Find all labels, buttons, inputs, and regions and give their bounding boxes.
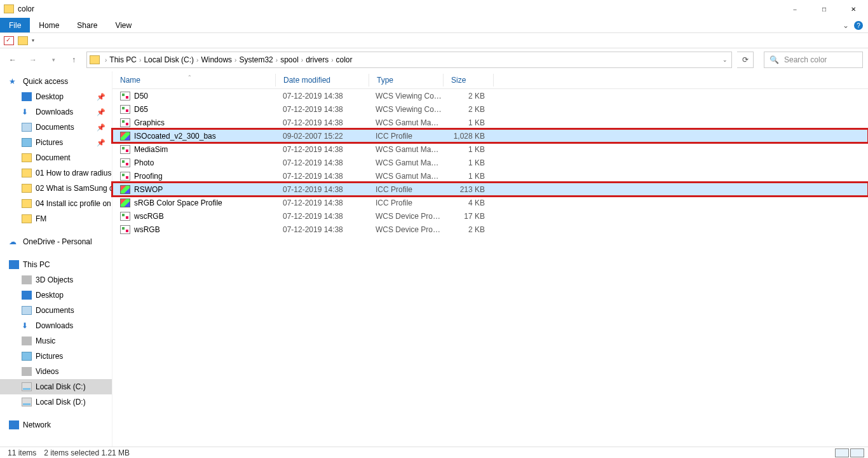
search-input[interactable]: 🔍 Search color (764, 52, 863, 68)
file-date: 07-12-2019 14:38 (275, 118, 368, 127)
help-button[interactable]: ? (854, 18, 863, 33)
nav-pc-item[interactable]: Pictures (0, 349, 112, 364)
main-area: ★ Quick access Desktop 📌⬇ Downloads 📌 Do… (0, 71, 868, 447)
nav-label: Documents (36, 306, 74, 315)
refresh-button[interactable]: ⟳ (737, 52, 754, 68)
nav-label: FM (36, 214, 46, 223)
file-row[interactable]: D50 07-12-2019 14:38 WCS Viewing Con... … (112, 89, 868, 102)
nav-quick-access[interactable]: ★ Quick access (0, 74, 112, 89)
nav-label: Local Disk (C:) (36, 382, 86, 391)
nav-pinned-item[interactable]: ⬇ Downloads 📌 (0, 104, 112, 120)
nav-label: OneDrive - Personal (23, 237, 92, 246)
column-header-name[interactable]: Name ⌃ (112, 76, 275, 85)
file-type: WCS Gamut Map... (368, 172, 442, 181)
status-bar: 11 items 2 items selected 1.21 MB (0, 447, 868, 458)
column-header-type[interactable]: Type (369, 76, 443, 85)
nav-onedrive[interactable]: ☁ OneDrive - Personal (0, 234, 112, 249)
breadcrumb-sep-icon: › (139, 57, 141, 64)
nav-pc-item[interactable]: Local Disk (C:) (0, 379, 112, 394)
search-placeholder: Search color (784, 55, 827, 64)
file-date: 07-12-2019 14:38 (275, 212, 368, 221)
qat-dropdown-icon[interactable]: ▾ (32, 38, 34, 43)
nav-label: Quick access (23, 77, 68, 86)
nav-network[interactable]: Network (0, 417, 112, 433)
nav-pc-item[interactable]: ⬇ Downloads (0, 318, 112, 333)
new-folder-icon[interactable] (18, 36, 28, 45)
status-selection: 2 items selected 1.21 MB (44, 448, 130, 457)
tab-file[interactable]: File (0, 18, 30, 32)
address-bar[interactable]: › This PC › Local Disk (C:) › Windows › … (86, 52, 732, 68)
details-view-button[interactable] (835, 448, 849, 457)
nav-frequent-item[interactable]: 02 What is SamSung c (0, 181, 112, 196)
file-type: WCS Device Profile (368, 225, 442, 234)
nav-pc-item[interactable]: 3D Objects (0, 272, 112, 288)
address-dropdown-icon[interactable]: ⌄ (722, 57, 728, 63)
dl-icon: ⬇ (22, 108, 32, 116)
nav-frequent-item[interactable]: FM (0, 211, 112, 226)
ribbon-collapse-button[interactable]: ⌄ (843, 18, 849, 33)
file-date: 07-12-2019 14:38 (275, 105, 368, 114)
tab-view[interactable]: View (106, 18, 140, 32)
minimize-button[interactable]: – (780, 0, 810, 18)
breadcrumb-item[interactable]: This PC (109, 55, 137, 64)
file-name: sRGB Color Space Profile (134, 198, 222, 207)
nav-this-pc[interactable]: This PC (0, 257, 112, 272)
icons-view-button[interactable] (850, 448, 864, 457)
pin-icon: 📌 (97, 139, 105, 147)
column-header-size[interactable]: Size (444, 76, 493, 85)
file-date: 07-12-2019 14:38 (275, 225, 368, 234)
breadcrumb-item[interactable]: drivers (306, 55, 329, 64)
address-folder-icon (90, 55, 100, 64)
nav-pinned-item[interactable]: Desktop 📌 (0, 89, 112, 104)
breadcrumb-item[interactable]: System32 (239, 55, 273, 64)
close-button[interactable]: ✕ (839, 0, 868, 18)
nav-frequent-item[interactable]: 04 Install icc profile on (0, 196, 112, 211)
nav-label: Downloads (36, 108, 73, 116)
breadcrumb-item[interactable]: Local Disk (C:) (144, 55, 194, 64)
up-button[interactable]: ↑ (66, 52, 81, 67)
breadcrumb-item[interactable]: Windows (201, 55, 232, 64)
file-row[interactable]: MediaSim 07-12-2019 14:38 WCS Gamut Map.… (112, 142, 868, 156)
file-row[interactable]: Graphics 07-12-2019 14:38 WCS Gamut Map.… (112, 116, 868, 129)
drv-icon (22, 398, 32, 406)
file-icon (120, 198, 130, 207)
recent-locations-button[interactable]: ▾ (46, 52, 61, 67)
file-row[interactable]: ISOcoated_v2_300_bas 09-02-2007 15:22 IC… (112, 129, 868, 142)
properties-icon[interactable] (4, 36, 14, 45)
tab-home[interactable]: Home (30, 18, 68, 32)
breadcrumb-item[interactable]: color (336, 55, 353, 64)
file-row[interactable]: wscRGB 07-12-2019 14:38 WCS Device Profi… (112, 209, 868, 223)
file-row[interactable]: D65 07-12-2019 14:38 WCS Viewing Con... … (112, 102, 868, 116)
nav-pc-item[interactable]: Music (0, 333, 112, 349)
file-type: ICC Profile (368, 132, 442, 141)
pin-icon: 📌 (97, 93, 105, 101)
nav-pc-item[interactable]: Desktop (0, 288, 112, 303)
file-row[interactable]: RSWOP 07-12-2019 14:38 ICC Profile 213 K… (112, 183, 868, 196)
nav-pinned-item[interactable]: Pictures 📌 (0, 135, 112, 150)
mon-icon (22, 291, 32, 300)
breadcrumb-item[interactable]: spool (280, 55, 299, 64)
navigation-pane: ★ Quick access Desktop 📌⬇ Downloads 📌 Do… (0, 71, 112, 447)
nav-frequent-item[interactable]: 01 How to draw radius (0, 165, 112, 181)
file-date: 07-12-2019 14:38 (275, 92, 368, 101)
nav-frequent-item[interactable]: Document (0, 150, 112, 165)
nav-label: Local Disk (D:) (36, 398, 86, 406)
nav-pc-item[interactable]: Videos (0, 364, 112, 379)
nav-pinned-item[interactable]: Documents 📌 (0, 120, 112, 135)
file-date: 07-12-2019 14:38 (275, 145, 368, 154)
nav-label: This PC (23, 260, 50, 269)
forward-button[interactable]: → (25, 52, 41, 67)
file-row[interactable]: sRGB Color Space Profile 07-12-2019 14:3… (112, 196, 868, 209)
file-size: 2 KB (442, 225, 491, 234)
nav-label: Downloads (36, 321, 73, 330)
back-button[interactable]: ← (5, 52, 20, 67)
file-row[interactable]: Proofing 07-12-2019 14:38 WCS Gamut Map.… (112, 169, 868, 183)
nav-pc-item[interactable]: Local Disk (D:) (0, 394, 112, 410)
maximize-button[interactable]: □ (810, 0, 839, 18)
file-row[interactable]: wsRGB 07-12-2019 14:38 WCS Device Profil… (112, 223, 868, 236)
file-row[interactable]: Photo 07-12-2019 14:38 WCS Gamut Map... … (112, 156, 868, 169)
nav-pc-item[interactable]: Documents (0, 303, 112, 318)
tab-share[interactable]: Share (68, 18, 106, 32)
title-bar: color (0, 0, 868, 18)
column-header-date[interactable]: Date modified (276, 76, 369, 85)
